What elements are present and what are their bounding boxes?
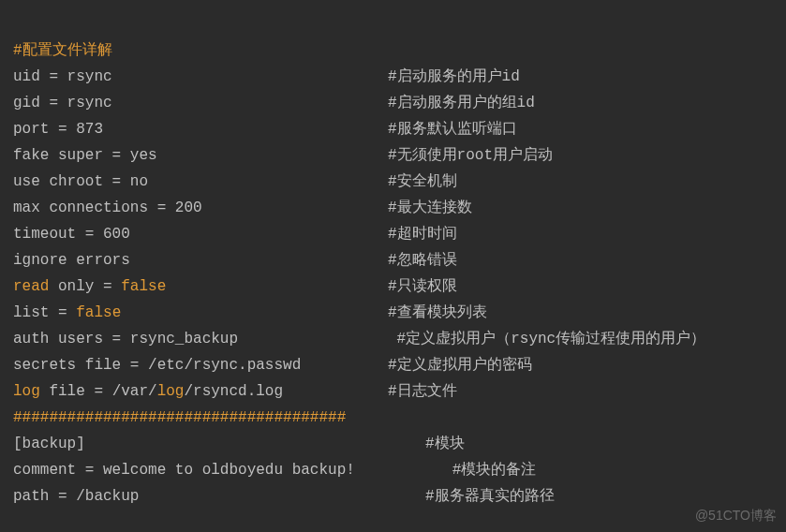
config-row: gid = rsync#启动服务用户的组id [13, 90, 773, 116]
config-row: max connections = 200#最大连接数 [13, 195, 773, 221]
config-comment: #安全机制 [388, 169, 773, 195]
tail-rows: [backup]#模块comment = welcome to oldboyed… [13, 431, 773, 510]
config-comment: #模块的备注 [425, 457, 773, 483]
config-key: gid = rsync [13, 90, 388, 116]
config-key: timeout = 600 [13, 221, 388, 247]
config-row: path = /backup#服务器真实的路径 [13, 483, 773, 510]
config-key: use chroot = no [13, 169, 388, 195]
config-comment: #模块 [425, 431, 773, 457]
config-key: uid = rsync [13, 64, 388, 90]
config-comment: #定义虚拟用户的密码 [388, 352, 773, 378]
config-comment: #只读权限 [388, 273, 773, 300]
config-row: auth users = rsync_backup #定义虚拟用户（rsync传… [13, 326, 773, 352]
config-key: path = /backup [13, 483, 425, 510]
config-key: fake super = yes [13, 142, 388, 169]
config-row: list = false#查看模块列表 [13, 300, 773, 326]
config-row: [backup]#模块 [13, 431, 773, 457]
watermark: @51CTO博客 [695, 502, 777, 528]
code-block: #配置文件详解 uid = rsync#启动服务的用户idgid = rsync… [0, 0, 786, 510]
config-row: timeout = 600#超时时间 [13, 221, 773, 247]
config-key: port = 873 [13, 116, 388, 142]
config-comment: #启动服务的用户id [388, 64, 773, 90]
config-comment: #超时时间 [388, 221, 773, 247]
config-comment: #启动服务用户的组id [388, 90, 773, 116]
config-comment: #定义虚拟用户（rsync传输过程使用的用户） [388, 326, 773, 352]
config-row: port = 873#服务默认监听端口 [13, 116, 773, 142]
config-row: uid = rsync#启动服务的用户id [13, 64, 773, 90]
config-key: auth users = rsync_backup [13, 326, 388, 352]
config-key: comment = welcome to oldboyedu backup! [13, 457, 425, 483]
header-comment: #配置文件详解 [13, 42, 112, 59]
config-key: max connections = 200 [13, 195, 388, 221]
config-row: log file = /var/log/rsyncd.log#日志文件 [13, 378, 773, 405]
config-comment: #服务默认监听端口 [388, 116, 773, 142]
separator: ##################################### [13, 409, 346, 426]
config-comment: #查看模块列表 [388, 300, 773, 326]
config-row: use chroot = no#安全机制 [13, 169, 773, 195]
config-row: read only = false#只读权限 [13, 273, 773, 300]
config-row: comment = welcome to oldboyedu backup! #… [13, 457, 773, 483]
config-comment: #最大连接数 [388, 195, 773, 221]
config-key: secrets file = /etc/rsync.passwd [13, 352, 388, 378]
config-row: ignore errors#忽略错误 [13, 247, 773, 273]
config-comment: #忽略错误 [388, 247, 773, 273]
config-key: log file = /var/log/rsyncd.log [13, 378, 388, 405]
config-key: list = false [13, 300, 388, 326]
config-comment: #无须使用root用户启动 [388, 142, 773, 169]
config-rows: uid = rsync#启动服务的用户idgid = rsync#启动服务用户的… [13, 64, 773, 405]
config-key: read only = false [13, 273, 388, 300]
config-key: ignore errors [13, 247, 388, 273]
config-row: secrets file = /etc/rsync.passwd#定义虚拟用户的… [13, 352, 773, 378]
config-key: [backup] [13, 431, 425, 457]
config-comment: #日志文件 [388, 378, 773, 405]
config-row: fake super = yes#无须使用root用户启动 [13, 142, 773, 169]
